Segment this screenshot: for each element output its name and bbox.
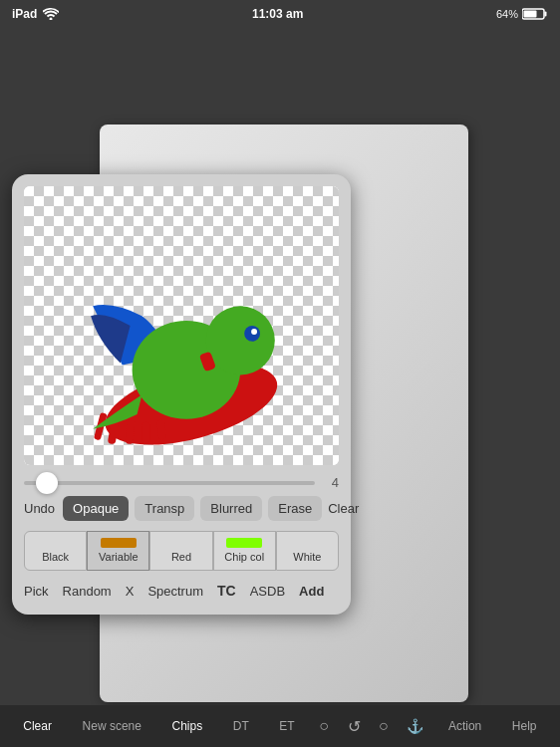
battery-label: 64% <box>496 8 518 20</box>
add-button[interactable]: Add <box>299 584 324 599</box>
chip-variable-label: Variable <box>99 551 139 563</box>
toolbar-clear-button[interactable]: Clear <box>17 715 58 737</box>
asdb-label[interactable]: ASDB <box>250 584 285 599</box>
opaque-button[interactable]: Opaque <box>63 496 129 521</box>
chip-red-label: Red <box>171 551 191 563</box>
status-left: iPad <box>12 7 59 21</box>
toolbar-anchor-icon[interactable]: ⚓ <box>407 718 423 734</box>
battery-icon <box>522 8 548 20</box>
status-bar: iPad 11:03 am 64% <box>0 0 560 28</box>
svg-point-10 <box>206 306 275 374</box>
chip-white-label: White <box>293 551 321 563</box>
spectrum-label[interactable]: Spectrum <box>147 584 203 599</box>
chip-chipcol[interactable]: Chip col <box>213 531 276 571</box>
x-label[interactable]: X <box>126 584 135 599</box>
wifi-icon <box>43 8 59 20</box>
blurred-button[interactable]: Blurred <box>200 496 262 521</box>
status-right: 64% <box>496 8 548 20</box>
transp-button[interactable]: Transp <box>135 496 194 521</box>
slider-thumb[interactable] <box>36 472 58 494</box>
color-chips-row: Black Variable Red Chip col White <box>24 531 339 571</box>
mode-buttons-row: Undo Opaque Transp Blurred Erase Clear <box>24 496 339 521</box>
toolbar-circle2-icon[interactable]: ○ <box>379 717 389 735</box>
canvas-area[interactable] <box>24 186 339 465</box>
erase-button[interactable]: Erase <box>268 496 322 521</box>
device-label: iPad <box>12 7 37 21</box>
drawing-canvas[interactable] <box>24 186 339 465</box>
toolbar-circle1-icon[interactable]: ○ <box>319 717 329 735</box>
svg-point-12 <box>251 329 257 335</box>
main-panel: 4 Undo Opaque Transp Blurred Erase Clear… <box>12 174 351 615</box>
chip-black-label: Black <box>42 551 69 563</box>
chip-black[interactable]: Black <box>24 531 87 571</box>
chip-chipcol-swatch <box>226 538 262 548</box>
toolbar-help-button[interactable]: Help <box>506 715 543 737</box>
bottom-toolbar: Clear New scene Chips DT ET ○ ↺ ○ ⚓ Acti… <box>0 705 560 747</box>
svg-rect-6 <box>142 422 150 444</box>
chip-white[interactable]: White <box>276 531 339 571</box>
pick-label[interactable]: Pick <box>24 584 49 599</box>
svg-rect-1 <box>545 12 547 17</box>
clear-button[interactable]: Clear <box>328 501 359 516</box>
slider-track[interactable] <box>24 481 315 485</box>
toolbar-et-button[interactable]: ET <box>273 715 300 737</box>
chip-variable[interactable]: Variable <box>87 531 149 571</box>
slider-value: 4 <box>323 475 339 490</box>
pick-row: Pick Random X Spectrum TC ASDB Add <box>24 579 339 603</box>
chip-chipcol-label: Chip col <box>224 551 264 563</box>
chip-red[interactable]: Red <box>149 531 212 571</box>
tc-label[interactable]: TC <box>217 583 236 599</box>
toolbar-new-scene-button[interactable]: New scene <box>77 715 147 737</box>
status-time: 11:03 am <box>252 7 303 21</box>
random-label[interactable]: Random <box>63 584 112 599</box>
toolbar-action-button[interactable]: Action <box>442 715 487 737</box>
toolbar-dt-button[interactable]: DT <box>227 715 255 737</box>
chip-variable-swatch <box>101 538 137 548</box>
svg-rect-2 <box>524 11 537 18</box>
brush-size-slider-row: 4 <box>24 475 339 490</box>
undo-button[interactable]: Undo <box>24 501 55 516</box>
toolbar-refresh-icon[interactable]: ↺ <box>348 717 361 736</box>
toolbar-chips-button[interactable]: Chips <box>166 715 209 737</box>
